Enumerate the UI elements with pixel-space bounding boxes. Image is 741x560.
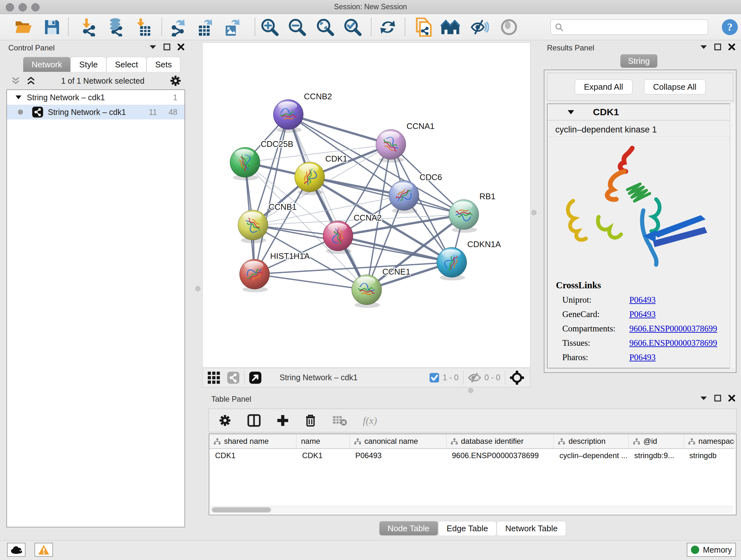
table-cell[interactable]: stringdb:9... (629, 449, 684, 462)
crosslink-link[interactable]: P06493 (629, 353, 656, 362)
export-table-button[interactable] (195, 18, 215, 37)
import-table-button[interactable] (133, 18, 153, 37)
network-edge-CCNB2-CCNE1[interactable] (288, 115, 367, 290)
collapse-all-button[interactable]: Collapse All (644, 79, 706, 95)
network-node-CDKN1A[interactable]: CDKN1A (437, 240, 501, 281)
show-columns-icon[interactable] (247, 414, 261, 427)
network-node-CCNA1[interactable]: CCNA1 (376, 122, 434, 163)
tab-network[interactable]: Network (23, 57, 71, 72)
tab-edge-table[interactable]: Edge Table (438, 521, 497, 536)
hide-selected-button[interactable] (470, 18, 489, 37)
collection-expander-icon[interactable] (15, 95, 22, 100)
expand-all-networks-icon[interactable] (26, 76, 36, 85)
float-panel-icon[interactable] (163, 44, 171, 51)
panel-menu-icon[interactable] (149, 45, 156, 49)
table-cell[interactable]: CDK1 (209, 449, 296, 462)
crosslink-link[interactable]: P06493 (629, 295, 656, 305)
add-column-icon[interactable] (277, 415, 289, 427)
zoom-out-button[interactable] (287, 18, 307, 37)
column-header-namespace[interactable]: namespace (684, 434, 734, 449)
grid-view-icon[interactable] (208, 372, 220, 384)
close-panel-icon[interactable] (728, 44, 735, 51)
float-panel-icon[interactable] (714, 44, 721, 51)
network-graph[interactable]: CCNB2CCNA1CDC25BCDK1CDC6RB1CCNB1CCNA2CDK… (203, 43, 530, 368)
search-input[interactable] (567, 21, 703, 33)
bottom-splitter-handle[interactable] (468, 388, 473, 393)
open-in-window-icon[interactable] (249, 371, 262, 384)
table-cell[interactable]: 9606.ENSP00000378699 (446, 449, 554, 462)
delete-column-icon[interactable] (305, 414, 316, 427)
memory-button[interactable]: Memory (687, 543, 736, 557)
share-document-button[interactable] (414, 18, 433, 37)
column-header--id[interactable]: @id (629, 434, 684, 449)
network-node-CCNE1[interactable]: CCNE1 (352, 267, 410, 308)
birdseye-navigator-icon[interactable] (510, 370, 524, 385)
tab-node-table[interactable]: Node Table (379, 521, 438, 536)
column-header-canonical-name[interactable]: canonical name (349, 434, 446, 449)
table-cell[interactable]: stringdb (684, 449, 734, 462)
right-splitter-handle[interactable] (531, 210, 536, 215)
warnings-button[interactable] (35, 543, 53, 557)
table-horizontal-scrollbar[interactable] (210, 506, 733, 513)
network-options-gear-icon[interactable] (170, 75, 181, 86)
cloud-status-button[interactable] (7, 543, 25, 557)
import-network-from-database-button[interactable] (106, 18, 126, 37)
table-row[interactable]: CDK1CDK1P064939606.ENSP00000378699cyclin… (209, 449, 735, 462)
column-header-description[interactable]: description (554, 434, 629, 449)
table-cell[interactable]: cyclin–dependent ... (554, 449, 629, 462)
export-network-button[interactable] (169, 18, 188, 37)
network-row[interactable]: String Network – cdk1 11 48 (7, 105, 185, 119)
network-edge-CDK1-RB1[interactable] (310, 177, 464, 214)
tab-string[interactable]: String (620, 54, 657, 68)
float-panel-icon[interactable] (714, 395, 721, 401)
home-pages-button[interactable] (441, 18, 460, 37)
expand-all-button[interactable]: Expand All (575, 79, 632, 95)
network-canvas[interactable]: CCNB2CCNA1CDC25BCDK1CDC6RB1CCNB1CCNA2CDK… (202, 43, 530, 368)
help-button[interactable]: ? (720, 18, 740, 37)
column-header-shared-name[interactable]: shared name (209, 434, 296, 449)
scrollbar-thumb[interactable] (212, 507, 271, 512)
crosslink-link[interactable]: 9606.ENSP00000378699 (629, 324, 717, 334)
hidden-eye-icon[interactable] (468, 372, 481, 383)
zoom-in-button[interactable] (260, 18, 280, 37)
crosslink-link[interactable]: P06493 (629, 309, 656, 319)
results-scrollbar[interactable] (730, 104, 735, 368)
show-all-button[interactable] (499, 18, 519, 37)
tab-sets[interactable]: Sets (146, 57, 180, 72)
network-node-RB1[interactable]: RB1 (449, 192, 495, 233)
import-network-file-button[interactable] (79, 18, 99, 37)
tab-select[interactable]: Select (106, 57, 146, 72)
save-session-button[interactable] (42, 18, 62, 37)
open-session-button[interactable] (13, 18, 33, 37)
network-overview-icon[interactable] (227, 371, 240, 384)
network-collection-row[interactable]: String Network – cdk1 1 (7, 90, 185, 105)
protein-section-header[interactable]: CDK1 (548, 104, 733, 120)
tab-style[interactable]: Style (71, 57, 106, 72)
network-edge-CCNB2-HIST1H1A[interactable] (255, 115, 288, 274)
close-panel-icon[interactable] (728, 395, 735, 401)
network-node-CCNB2[interactable]: CCNB2 (273, 92, 332, 133)
export-image-button[interactable] (222, 18, 242, 37)
section-expander-icon[interactable] (567, 110, 575, 115)
table-options-gear-icon[interactable] (219, 414, 231, 427)
panel-menu-icon[interactable] (700, 396, 707, 400)
panel-menu-icon[interactable] (700, 45, 707, 49)
tab-network-table[interactable]: Network Table (496, 521, 566, 536)
node-table[interactable]: shared namenamecanonical namedatabase id… (209, 434, 735, 462)
network-edge-CCNA2-CDKN1A[interactable] (338, 236, 452, 262)
table-cell[interactable]: CDK1 (296, 449, 349, 462)
crosslink-link[interactable]: 9606.ENSP00000378699 (629, 338, 717, 348)
network-edge-HIST1H1A-CCNE1[interactable] (255, 274, 367, 290)
network-edge-CCNB2-CCNA1[interactable] (288, 115, 391, 145)
zoom-fit-button[interactable] (315, 18, 335, 37)
network-node-CCNB1[interactable]: CCNB1 (238, 202, 297, 243)
column-header-name[interactable]: name (296, 434, 349, 449)
column-header-database-identifier[interactable]: database identifier (446, 434, 554, 449)
apply-layout-button[interactable] (378, 18, 398, 37)
zoom-selected-button[interactable] (343, 18, 362, 37)
close-panel-icon[interactable] (178, 44, 185, 51)
table-cell[interactable]: P06493 (349, 449, 446, 462)
left-splitter-handle[interactable] (195, 286, 200, 291)
collapse-all-networks-icon[interactable] (11, 76, 20, 85)
selected-checkbox-icon[interactable] (429, 373, 440, 383)
